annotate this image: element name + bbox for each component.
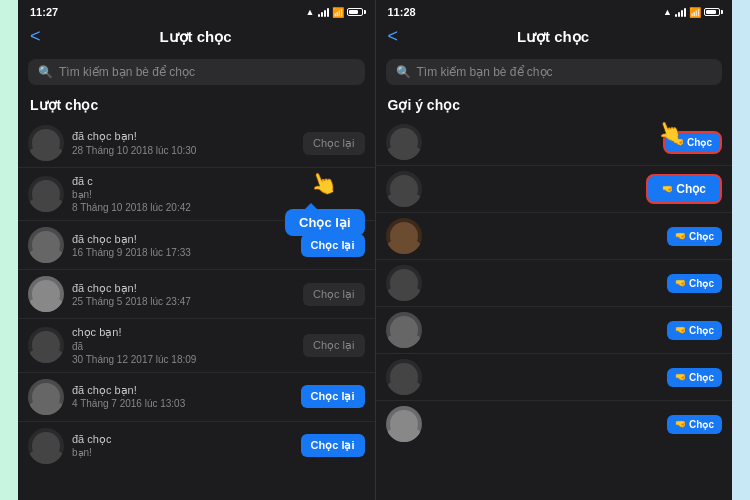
poke-icon: 🤜 — [675, 278, 686, 288]
list-item: đã chọc bạn! 25 Tháng 5 2018 lúc 23:47 C… — [18, 269, 375, 318]
time-right: 11:28 — [388, 6, 416, 18]
choc-button[interactable]: 🤜 Chọc — [667, 321, 722, 340]
item-content: đã chọc bạn! — [72, 432, 293, 459]
wifi-icon-right: 📶 — [689, 7, 701, 18]
item-main-text: đã chọc bạn! — [72, 383, 293, 397]
item-content: đã chọc bạn! 16 Tháng 9 2018 lúc 17:33 — [72, 232, 293, 259]
header-left: < Lượt chọc — [18, 22, 375, 55]
item-content: đã chọc bạn! 28 Tháng 10 2018 lúc 10:30 — [72, 129, 295, 156]
choc-button[interactable]: 🤜 Chọc — [667, 274, 722, 293]
time-left: 11:27 — [30, 6, 58, 18]
header-right: < Lượt chọc — [376, 22, 733, 55]
avatar — [28, 125, 64, 161]
choc-button[interactable]: 🤜 Chọc — [667, 368, 722, 387]
avatar — [28, 176, 64, 212]
item-main-text: đã chọc bạn! — [72, 129, 295, 143]
choc-popup: Chọc lại — [285, 209, 364, 236]
arrow-icon-right: ▲ — [663, 7, 672, 17]
search-placeholder-right: Tìm kiếm bạn bè để chọc — [417, 65, 553, 79]
item-main-text: chọc bạn! — [72, 325, 295, 339]
search-placeholder-left: Tìm kiếm bạn bè để chọc — [59, 65, 195, 79]
avatar — [386, 171, 422, 207]
back-button-left[interactable]: < — [30, 26, 41, 47]
status-icons-left: ▲ 📶 — [306, 7, 363, 18]
item-main-text: đã c — [72, 174, 289, 188]
avatar — [28, 428, 64, 464]
item-sub-text: 4 Tháng 7 2016 lúc 13:03 — [72, 397, 293, 410]
suggestion-item: 🤜 Chọc — [376, 400, 733, 447]
item-content: đã chọc bạn! 25 Tháng 5 2018 lúc 23:47 — [72, 281, 295, 308]
item-content: đã c bạn! 8 Tháng 10 2018 lúc 20:42 — [72, 174, 289, 214]
back-button-right[interactable]: < — [388, 26, 399, 47]
item-sub-text: 16 Tháng 9 2018 lúc 17:33 — [72, 246, 293, 259]
item-main-text: đã chọc bạn! — [72, 232, 293, 246]
right-screen: 11:28 ▲ 📶 < Lượt chọc 🔍 Tìm kiếm bạn bè … — [375, 0, 733, 500]
list-item: đã chọc bạn! 4 Tháng 7 2016 lúc 13:03 Ch… — [18, 372, 375, 421]
choc-lai-button[interactable]: Chọc lại — [303, 283, 365, 306]
choc-lai-button[interactable]: Chọc lại — [301, 234, 365, 257]
item-main-text: đã chọc — [72, 432, 293, 446]
suggestion-item: 🤜 Chọc — [376, 165, 733, 212]
list-item: đã chọc bạn! Chọc lại — [18, 421, 375, 470]
page-title-left: Lượt chọc — [49, 28, 343, 46]
suggestion-item: 🤜 Chọc — [376, 212, 733, 259]
avatar — [28, 227, 64, 263]
status-bar-left: 11:27 ▲ 📶 — [18, 0, 375, 22]
poke-icon: 🤜 — [662, 184, 673, 194]
section-label-right: Gợi ý chọc — [376, 93, 733, 119]
battery-icon-left — [347, 8, 363, 16]
item-sub-text: đã — [72, 340, 295, 353]
wifi-icon-left: 📶 — [332, 7, 344, 18]
suggestion-item: 🤜 Chọc — [376, 306, 733, 353]
status-bar-right: 11:28 ▲ 📶 — [376, 0, 733, 22]
avatar — [386, 406, 422, 442]
suggestion-item: 🤜 Chọc — [376, 353, 733, 400]
item-content: đã chọc bạn! 4 Tháng 7 2016 lúc 13:03 — [72, 383, 293, 410]
item-content: chọc bạn! đã 30 Tháng 12 2017 lúc 18:09 — [72, 325, 295, 365]
suggestion-list: 👆 🤜 Chọc 🤜 Chọc — [376, 119, 733, 500]
section-label-left: Lượt chọc — [18, 93, 375, 119]
poke-icon: 🤜 — [675, 231, 686, 241]
search-bar-left[interactable]: 🔍 Tìm kiếm bạn bè để chọc — [28, 59, 365, 85]
item-main-text: đã chọc bạn! — [72, 281, 295, 295]
item-sub-text: bạn! — [72, 188, 289, 201]
suggestion-item: 👆 🤜 Chọc — [376, 119, 733, 165]
avatar — [28, 379, 64, 415]
battery-icon-right — [704, 8, 720, 16]
poke-icon: 🤜 — [675, 372, 686, 382]
suggestion-item: 🤜 Chọc — [376, 259, 733, 306]
right-accent-strip — [732, 0, 750, 500]
choc-lai-button[interactable]: Chọc lại — [303, 132, 365, 155]
item-sub-text: bạn! — [72, 446, 293, 459]
item-date-text: 8 Tháng 10 2018 lúc 20:42 — [72, 201, 289, 214]
search-icon-right: 🔍 — [396, 65, 411, 79]
avatar — [28, 327, 64, 363]
avatar — [386, 265, 422, 301]
left-screen: 11:27 ▲ 📶 < Lượt chọc 🔍 Tìm kiếm bạn bè … — [18, 0, 375, 500]
item-sub-text: 28 Tháng 10 2018 lúc 10:30 — [72, 144, 295, 157]
choc-lai-button[interactable]: Chọc lại — [303, 334, 365, 357]
choc-lai-button[interactable]: Chọc lại — [301, 385, 365, 408]
choc-button-popup[interactable]: 🤜 Chọc — [646, 174, 722, 204]
search-bar-right[interactable]: 🔍 Tìm kiếm bạn bè để chọc — [386, 59, 723, 85]
status-icons-right: ▲ 📶 — [663, 7, 720, 18]
signal-bars-right — [675, 8, 686, 17]
left-accent-strip — [0, 0, 18, 500]
avatar — [386, 124, 422, 160]
avatar — [386, 312, 422, 348]
arrow-icon-left: ▲ — [306, 7, 315, 17]
choc-button[interactable]: 🤜 Chọc — [667, 227, 722, 246]
search-icon-left: 🔍 — [38, 65, 53, 79]
list-left: đã chọc bạn! 28 Tháng 10 2018 lúc 10:30 … — [18, 119, 375, 500]
avatar — [28, 276, 64, 312]
signal-bars-left — [318, 8, 329, 17]
choc-lai-button[interactable]: Chọc lại — [301, 434, 365, 457]
avatar — [386, 359, 422, 395]
hand-cursor-icon: 👆 — [306, 167, 340, 201]
poke-icon: 🤜 — [675, 325, 686, 335]
avatar — [386, 218, 422, 254]
page-title-right: Lượt chọc — [406, 28, 700, 46]
list-item: đã chọc bạn! 28 Tháng 10 2018 lúc 10:30 … — [18, 119, 375, 167]
item-date-text: 30 Tháng 12 2017 lúc 18:09 — [72, 353, 295, 366]
choc-button[interactable]: 🤜 Chọc — [667, 415, 722, 434]
